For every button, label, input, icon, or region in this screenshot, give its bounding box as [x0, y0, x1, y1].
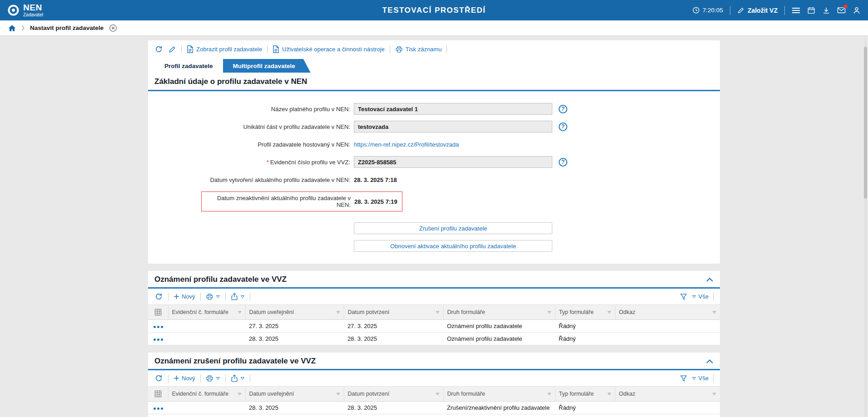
col-header-form-kind[interactable]: Druh formuláře — [443, 305, 555, 320]
edit-icon[interactable] — [168, 45, 176, 54]
col-header-link[interactable]: Odkaz — [615, 305, 720, 320]
tab-profil-zadavatele[interactable]: Profil zadavatele — [154, 59, 223, 73]
app-logo[interactable]: NEN Zadavatel — [7, 3, 43, 17]
cell-evidence-number — [168, 333, 245, 345]
required-marker: * — [267, 159, 269, 166]
hosted-profile-link[interactable]: https://nen-ref.nipez.cz/Profil/testovza… — [354, 141, 459, 148]
evidence-number-input[interactable] — [354, 156, 552, 168]
new-record-button[interactable]: Nový — [174, 293, 195, 300]
filter-icon[interactable] — [680, 293, 687, 300]
top-bar: NEN Zadavatel TESTOVACÍ PROSTŘEDÍ 7:20:0… — [0, 0, 868, 20]
col-header-date-confirmed[interactable]: Datum potvrzení — [344, 305, 443, 320]
refresh-icon[interactable] — [154, 45, 163, 54]
breadcrumb: Nastavit profil zadavatele — [0, 20, 868, 36]
cancel-profile-button[interactable]: Zrušení profilu zadavatele — [354, 222, 552, 234]
user-operations-label: Uživatelské operace a činnosti nástroje — [282, 46, 384, 53]
help-icon[interactable]: ? — [559, 158, 567, 167]
tab-multiprofil-zadavatele[interactable]: Multiprofil zadavatele — [223, 59, 311, 73]
col-header-link[interactable]: Odkaz — [615, 387, 720, 402]
calendar-icon[interactable] — [807, 6, 815, 15]
row-actions-icon[interactable] — [154, 339, 163, 341]
vvz-announcements-card: Oznámení profilu zadavatele ve VVZ Nový — [148, 271, 720, 345]
profile-form: Název platného profilu v NEN: ? Unikátní… — [148, 91, 720, 264]
export-icon — [231, 374, 238, 382]
divider — [250, 374, 250, 383]
filter-icon[interactable] — [680, 375, 687, 382]
show-all-filter[interactable]: Vše — [692, 293, 709, 300]
row-actions-icon[interactable] — [154, 326, 163, 328]
create-vz-button[interactable]: Založit VZ — [737, 7, 778, 14]
export-menu-button[interactable] — [231, 293, 245, 300]
profile-card: Zobrazit profil zadavatele Uživatelské o… — [148, 40, 720, 264]
logo-subtitle: Zadavatel — [23, 13, 43, 17]
field-label-unique-part: Unikátní část v profilu zadavatele v NEN… — [148, 123, 350, 130]
divider — [168, 293, 169, 301]
field-label-deactivated-date: Datum zneaktivnění aktuálního profilu za… — [206, 195, 351, 208]
col-header-evidence-number[interactable]: Evidenční č. formuláře — [168, 305, 245, 320]
user-icon[interactable] — [853, 6, 861, 15]
help-icon[interactable]: ? — [559, 123, 567, 131]
refresh-icon[interactable] — [154, 374, 163, 383]
filter-caret-icon — [547, 392, 551, 396]
col-header-form-type[interactable]: Typ formuláře — [555, 305, 615, 320]
close-tab-icon[interactable] — [109, 24, 117, 32]
help-icon[interactable]: ? — [559, 105, 567, 113]
print-record-link[interactable]: Tisk záznamu — [395, 46, 442, 53]
field-label-evidence-number: Evidenční číslo profilu ve VVZ: — [270, 159, 350, 166]
print-menu-button[interactable] — [206, 293, 220, 300]
divider — [713, 293, 714, 301]
menu-icon[interactable] — [792, 7, 800, 14]
mail-icon[interactable] — [837, 6, 846, 14]
deactivation-highlight-box: Datum zneaktivnění aktuálního profilu za… — [201, 191, 402, 211]
profile-name-input[interactable] — [354, 103, 552, 115]
create-vz-label: Založit VZ — [748, 7, 778, 14]
column-settings-button[interactable] — [148, 305, 168, 320]
section-title-basic-info: Základní údaje o profilu zadavatele v NE… — [148, 73, 720, 91]
table-row[interactable]: 28. 3. 2025 28. 3. 2025 Zrušení/zneaktiv… — [148, 402, 720, 414]
table-row[interactable]: 28. 3. 2025 28. 3. 2025 Oznámení profilu… — [148, 333, 720, 345]
section-title-vvz-cancellations: Oznámení zrušení profilu zadavatele ve V… — [154, 357, 316, 366]
filter-caret-icon — [238, 311, 242, 314]
unique-part-input[interactable] — [354, 121, 552, 132]
show-all-filter[interactable]: Vše — [692, 375, 709, 382]
show-all-label: Vše — [699, 375, 709, 382]
filter-caret-icon — [436, 392, 440, 396]
breadcrumb-item[interactable]: Nastavit profil zadavatele — [30, 25, 104, 31]
col-header-date-published[interactable]: Datum uveřejnění — [245, 305, 344, 320]
logo-text: NEN — [23, 3, 43, 12]
divider — [730, 6, 730, 15]
row-actions-icon[interactable] — [154, 407, 163, 410]
print-menu-button[interactable] — [206, 375, 220, 382]
home-icon[interactable] — [8, 25, 16, 32]
col-header-date-published[interactable]: Datum uveřejnění — [245, 387, 344, 402]
new-record-button[interactable]: Nový — [174, 375, 195, 382]
filter-caret-icon — [607, 392, 611, 396]
field-label-name: Název platného profilu v NEN: — [148, 106, 350, 113]
collapse-chevron-icon[interactable] — [706, 359, 714, 364]
user-operations-link[interactable]: Uživatelské operace a činnosti nástroje — [273, 45, 384, 53]
document-icon — [187, 45, 193, 53]
filter-caret-icon — [712, 392, 716, 396]
vvz-cancellation-card: Oznámení zrušení profilu zadavatele ve V… — [148, 353, 720, 417]
restore-activation-button[interactable]: Obnovení aktivace aktuálního profilu zad… — [354, 240, 552, 252]
table-row[interactable]: 27. 3. 2025 27. 3. 2025 Oznámení profilu… — [148, 320, 720, 333]
nen-logo-icon — [7, 4, 20, 16]
divider — [168, 374, 169, 383]
scrollbar-thumb[interactable] — [864, 47, 867, 199]
export-menu-button[interactable] — [231, 374, 245, 382]
cell-link — [615, 333, 720, 345]
cell-form-kind: Oznámení profilu zadavatele — [443, 333, 555, 345]
col-header-form-type[interactable]: Typ formuláře — [555, 387, 615, 402]
download-icon[interactable] — [822, 6, 830, 15]
table-row[interactable]: 28. 3. 2025 28. 3. 2025 Zrušení/zneaktiv… — [148, 414, 720, 417]
column-settings-button[interactable] — [148, 387, 168, 402]
cell-link — [615, 320, 720, 333]
refresh-icon[interactable] — [154, 292, 163, 301]
collapse-chevron-icon[interactable] — [706, 277, 714, 282]
pencil-icon — [737, 7, 744, 14]
caret-down-icon — [216, 295, 220, 299]
show-profile-link[interactable]: Zobrazit profil zadavatele — [187, 45, 262, 53]
col-header-form-kind[interactable]: Druh formuláře — [443, 387, 555, 402]
col-header-evidence-number[interactable]: Evidenční č. formuláře — [168, 387, 245, 402]
col-header-date-confirmed[interactable]: Datum potvrzení — [344, 387, 443, 402]
